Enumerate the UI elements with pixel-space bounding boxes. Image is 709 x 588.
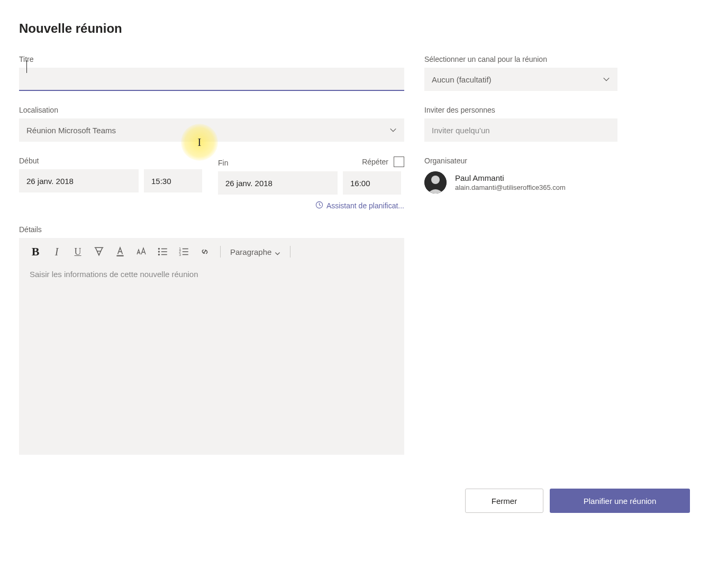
end-date-input[interactable]: 26 janv. 2018 (218, 171, 338, 195)
paragraph-dropdown[interactable]: Paragraphe (230, 247, 280, 256)
numbered-list-button[interactable]: 123 (178, 246, 189, 258)
repeat-label: Répéter (362, 158, 388, 166)
chevron-down-icon (603, 76, 610, 83)
datetime-section: Début 26 janv. 2018 15:30 Fin Répéter (19, 157, 404, 210)
organizer-email: alain.damanti@utiliseroffice365.com (455, 183, 566, 191)
close-button[interactable]: Fermer (465, 489, 543, 513)
channel-section: Sélectionner un canal pour la réunion Au… (424, 55, 617, 91)
font-color-button[interactable] (114, 246, 126, 258)
svg-rect-1 (116, 255, 123, 256)
end-column: Fin Répéter 26 janv. 2018 16:00 (218, 157, 404, 195)
highlight-button[interactable] (93, 246, 105, 258)
invite-input[interactable] (424, 118, 617, 142)
title-input[interactable] (19, 68, 404, 91)
toolbar-separator (290, 246, 290, 258)
editor-toolbar: B I U 123 (19, 238, 404, 265)
paragraph-label: Paragraphe (230, 247, 271, 256)
svg-point-4 (158, 254, 160, 255)
organizer-section: Organisateur Paul Ammanti alain.damanti@… (424, 157, 617, 194)
repeat-checkbox[interactable] (394, 157, 404, 167)
channel-label: Sélectionner un canal pour la réunion (424, 55, 617, 63)
start-date-input[interactable]: 26 janv. 2018 (19, 169, 139, 192)
scheduling-assistant-link[interactable]: Assistant de planificat... (19, 201, 404, 210)
page-title: Nouvelle réunion (19, 21, 690, 36)
start-label: Début (19, 157, 202, 165)
start-column: Début 26 janv. 2018 15:30 (19, 157, 202, 195)
organizer-label: Organisateur (424, 157, 617, 165)
end-time-input[interactable]: 16:00 (343, 171, 401, 195)
organizer-info: Paul Ammanti alain.damanti@utiliseroffic… (455, 173, 566, 191)
bullet-list-button[interactable] (157, 246, 168, 258)
rich-text-editor: B I U 123 (19, 238, 404, 455)
scheduling-assistant-text: Assistant de planificat... (326, 201, 404, 210)
organizer-card: Paul Ammanti alain.damanti@utiliseroffic… (424, 171, 617, 194)
right-column: Sélectionner un canal pour la réunion Au… (424, 55, 617, 470)
channel-value: Aucun (facultatif) (432, 75, 492, 84)
text-caret (26, 60, 27, 73)
form-layout: Titre I Localisation Réunion Microsoft T… (19, 55, 690, 470)
chevron-down-icon (389, 126, 397, 134)
italic-button[interactable]: I (51, 246, 62, 258)
editor-textarea[interactable]: Saisir les informations de cette nouvell… (19, 265, 404, 455)
invite-section: Inviter des personnes (424, 106, 617, 142)
details-section: Détails B I U (19, 225, 404, 455)
chevron-down-icon (275, 249, 280, 255)
footer-actions: Fermer Planifier une réunion (19, 489, 690, 513)
title-section: Titre I (19, 55, 404, 91)
title-label: Titre (19, 55, 404, 63)
clock-icon (315, 201, 323, 210)
svg-text:3: 3 (179, 253, 181, 256)
channel-select[interactable]: Aucun (facultatif) (424, 68, 617, 91)
svg-point-3 (158, 251, 160, 252)
left-column: Titre I Localisation Réunion Microsoft T… (19, 55, 404, 470)
link-button[interactable] (199, 246, 211, 258)
svg-point-2 (158, 248, 160, 250)
svg-point-15 (431, 176, 440, 184)
start-time-input[interactable]: 15:30 (144, 169, 202, 192)
location-select[interactable]: Réunion Microsoft Teams (19, 118, 404, 142)
location-value: Réunion Microsoft Teams (26, 126, 116, 135)
invite-label: Inviter des personnes (424, 106, 617, 114)
location-section: Localisation Réunion Microsoft Teams (19, 106, 404, 142)
bold-button[interactable]: B (30, 246, 41, 258)
avatar (424, 171, 447, 194)
location-label: Localisation (19, 106, 404, 114)
toolbar-separator (220, 246, 221, 258)
schedule-button[interactable]: Planifier une réunion (550, 489, 690, 513)
repeat-control: Répéter (362, 157, 404, 167)
end-label: Fin (218, 159, 228, 167)
details-label: Détails (19, 225, 404, 234)
font-size-button[interactable] (135, 246, 147, 258)
organizer-name: Paul Ammanti (455, 173, 566, 182)
underline-button[interactable]: U (72, 246, 84, 258)
